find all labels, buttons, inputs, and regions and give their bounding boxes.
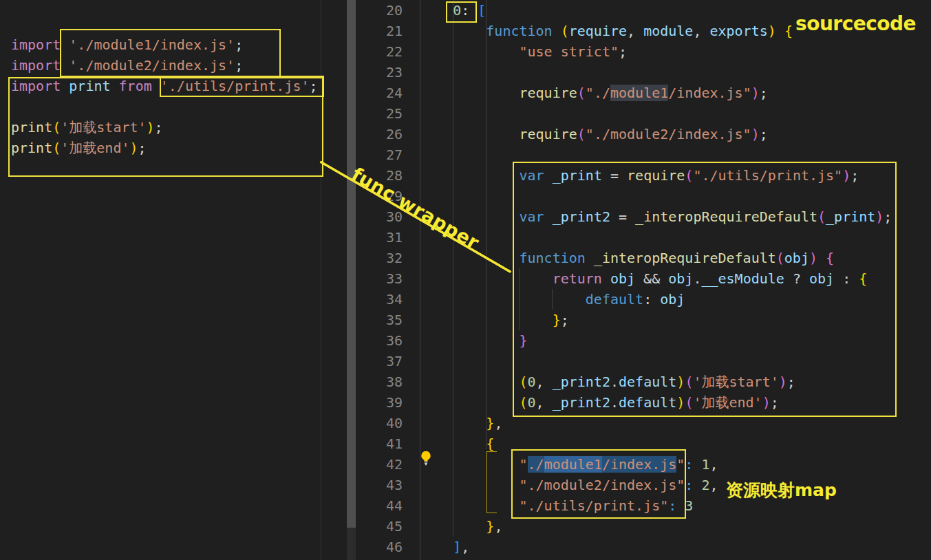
code-token: _interopRequireDefault — [635, 208, 817, 225]
code-token: "./module2/index.js" — [520, 477, 685, 493]
code-token: ] — [453, 539, 461, 555]
line-number[interactable]: 37 — [371, 351, 403, 371]
code-line[interactable]: }, — [420, 516, 502, 537]
line-number[interactable]: 36 — [371, 330, 403, 351]
code-token: print — [69, 78, 110, 94]
code-token: ; — [850, 167, 859, 184]
code-line[interactable]: (0, _print2.default)('加载start'); — [420, 371, 795, 392]
code-token: require — [569, 23, 627, 39]
code-line[interactable]: "./utils/print.js": 3 — [420, 495, 693, 516]
code-line[interactable]: } — [420, 330, 528, 351]
line-number[interactable]: 47 — [371, 557, 403, 560]
code-line[interactable]: import './module2/index.js'; — [11, 55, 243, 76]
code-token — [469, 2, 478, 19]
line-number[interactable]: 43 — [371, 475, 403, 495]
bracket-pair-guide — [486, 451, 497, 513]
pane-divider — [321, 0, 321, 560]
line-number[interactable]: 38 — [371, 371, 403, 392]
code-line[interactable]: import './module1/index.js'; — [11, 34, 243, 55]
code-token: "./module2/index.js" — [586, 126, 751, 142]
code-line[interactable]: return obj && obj.__esModule ? obj : { — [420, 268, 867, 289]
code-token — [420, 374, 520, 390]
code-line[interactable]: }; — [420, 310, 569, 330]
source-editor-pane[interactable]: import './module1/index.js';import './mo… — [0, 0, 321, 560]
code-token: , — [494, 518, 502, 535]
code-token: from — [119, 78, 152, 94]
code-token: , — [536, 394, 544, 411]
code-token: , — [494, 415, 502, 431]
code-line[interactable]: "use strict"; — [420, 41, 627, 62]
code-token — [420, 394, 520, 411]
code-line[interactable]: require("./module2/index.js"); — [420, 124, 768, 144]
vscode-editor-window: import './module1/index.js';import './mo… — [0, 0, 931, 560]
code-token: ( — [52, 119, 61, 136]
code-token — [553, 23, 561, 39]
code-line[interactable]: (0, _print2.default)('加载end'); — [420, 392, 779, 413]
code-token: ( — [685, 394, 693, 411]
code-token: obj — [809, 270, 834, 287]
line-number[interactable]: 31 — [371, 227, 403, 248]
code-token: [ — [478, 2, 486, 19]
line-number[interactable]: 39 — [371, 392, 403, 413]
code-line[interactable]: 1: [ — [420, 557, 486, 560]
code-line[interactable]: var _print2 = _interopRequireDefault(_pr… — [420, 206, 892, 227]
resource-map-label: 资源映射map — [726, 480, 837, 501]
code-token: " — [676, 456, 685, 473]
code-token: , — [627, 23, 635, 39]
line-number[interactable]: 32 — [371, 248, 403, 268]
lightbulb-icon[interactable] — [418, 450, 434, 466]
code-token: . — [693, 270, 701, 287]
line-number[interactable]: 22 — [371, 41, 403, 62]
code-token: obj — [668, 270, 693, 287]
code-token: ; — [760, 126, 768, 142]
line-number[interactable]: 44 — [371, 495, 403, 516]
line-number[interactable]: 25 — [371, 103, 403, 124]
code-token — [420, 539, 453, 555]
code-token — [676, 497, 685, 514]
code-line[interactable]: print('加载start'); — [11, 117, 163, 138]
line-number[interactable]: 26 — [371, 124, 403, 144]
code-token: var — [520, 208, 544, 225]
line-number[interactable]: 41 — [371, 433, 403, 454]
code-token: _interopRequireDefault — [594, 250, 776, 266]
code-token — [420, 85, 520, 101]
code-token: function — [486, 23, 552, 39]
line-number[interactable]: 45 — [371, 516, 403, 537]
code-token: : — [685, 456, 693, 473]
scrollbar-thumb[interactable] — [347, 0, 356, 528]
line-number[interactable]: 33 — [371, 268, 403, 289]
line-number[interactable]: 46 — [371, 537, 403, 557]
line-number[interactable]: 20 — [371, 0, 403, 21]
line-number[interactable]: 35 — [371, 310, 403, 330]
code-token: _print2 — [553, 394, 610, 411]
line-number[interactable]: 24 — [371, 83, 403, 103]
line-number[interactable]: 40 — [371, 413, 403, 433]
code-token: , — [461, 539, 469, 555]
code-token: ( — [561, 23, 569, 39]
line-number[interactable]: 42 — [371, 454, 403, 475]
code-token: ; — [235, 57, 243, 74]
code-line[interactable]: "./module2/index.js": 2, — [420, 475, 718, 495]
code-token: : — [643, 291, 652, 308]
code-line[interactable]: }, — [420, 413, 502, 433]
code-token: '加载end' — [61, 140, 129, 156]
code-line[interactable]: import print from './utils/print.js'; — [11, 76, 318, 96]
code-token: '加载start' — [693, 374, 778, 390]
code-line[interactable]: print('加载end'); — [11, 138, 147, 158]
code-line[interactable]: ], — [420, 537, 469, 557]
code-token — [586, 250, 594, 266]
line-number[interactable]: 34 — [371, 289, 403, 310]
code-token: import — [11, 36, 69, 53]
code-token: ( — [577, 85, 586, 101]
line-number[interactable]: 23 — [371, 62, 403, 83]
line-number[interactable]: 21 — [371, 21, 403, 41]
code-line[interactable]: "./module1/index.js": 1, — [420, 454, 718, 475]
line-number[interactable]: 27 — [371, 144, 403, 165]
code-token: } — [486, 415, 494, 431]
code-token — [693, 456, 701, 473]
code-line[interactable]: require("./module1/index.js"); — [420, 83, 768, 103]
code-line[interactable]: function _interopRequireDefault(obj) { — [420, 248, 834, 268]
code-line[interactable]: function (require, module, exports) { — [420, 21, 793, 41]
code-token — [111, 78, 119, 94]
indent-guide — [552, 289, 553, 310]
